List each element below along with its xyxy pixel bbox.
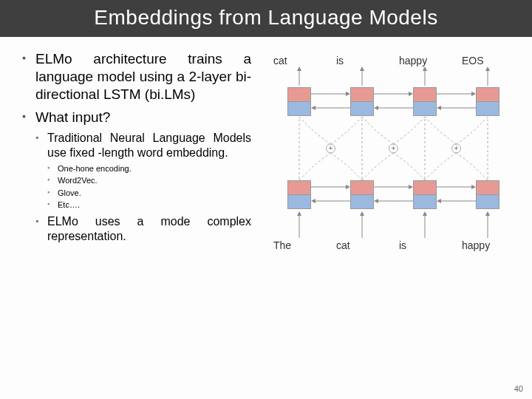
lstm-cell-upper-fw — [476, 87, 499, 102]
tiny-etc: Etc…. — [47, 200, 251, 210]
output-word: happy — [399, 55, 451, 66]
subbullet-traditional-text: Traditional Neural Language Models use f… — [47, 132, 251, 159]
svg-marker-23 — [311, 106, 316, 110]
lstm-cell-lower-bw — [476, 194, 499, 209]
svg-point-28 — [327, 144, 335, 153]
svg-marker-3 — [297, 211, 301, 216]
lstm-cell-upper-fw — [287, 87, 311, 102]
bullet-elmo-arch: ELMo architecture trains a language mode… — [22, 50, 251, 103]
input-word: The — [273, 239, 325, 251]
lstm-cell-upper-fw — [413, 87, 437, 102]
slide-title: Embeddings from Language Models — [0, 0, 532, 37]
output-word: is — [336, 55, 388, 66]
svg-marker-18 — [485, 211, 490, 216]
lstm-cell-upper-bw — [413, 101, 437, 116]
lstm-cell-upper-bw — [350, 101, 374, 116]
lstm-cell-lower-fw — [287, 180, 311, 195]
bullet-what-input-text: What input? — [35, 109, 110, 125]
svg-point-38 — [389, 144, 398, 153]
input-word: is — [399, 239, 451, 251]
lstm-cell-lower-bw — [413, 194, 437, 209]
lstm-cell-upper-bw — [287, 101, 311, 116]
svg-marker-13 — [423, 211, 427, 216]
svg-marker-6 — [360, 66, 364, 71]
lstm-cell-lower-fw — [350, 180, 374, 195]
svg-text:+: + — [329, 144, 333, 152]
svg-marker-33 — [374, 106, 378, 110]
bilm-diagram: +++ catTheiscathappyisEOShappy — [259, 55, 510, 284]
text-column: ELMo architecture trains a language mode… — [22, 50, 259, 284]
svg-marker-1 — [297, 66, 301, 71]
subbullet-elmo-complex: ELMo uses a mode complex representation. — [35, 214, 251, 244]
svg-marker-8 — [360, 211, 364, 216]
svg-marker-27 — [311, 199, 316, 203]
lstm-cell-lower-fw — [413, 180, 437, 195]
page-number: 40 — [514, 384, 523, 393]
svg-text:+: + — [392, 144, 396, 152]
tiny-glove: Glove. — [47, 188, 251, 198]
svg-marker-37 — [374, 199, 378, 203]
lstm-cell-lower-bw — [350, 194, 374, 209]
output-word: cat — [273, 55, 325, 66]
output-word: EOS — [462, 55, 514, 66]
svg-marker-16 — [485, 66, 490, 71]
input-word: happy — [462, 239, 514, 251]
input-word: cat — [336, 239, 388, 251]
lstm-cell-lower-bw — [287, 194, 311, 209]
lstm-cell-upper-fw — [350, 87, 374, 102]
svg-marker-43 — [437, 106, 441, 110]
tiny-onehot: One-hone encoding. — [47, 163, 251, 174]
bullet-what-input: What input? Traditional Neural Language … — [22, 109, 251, 244]
svg-point-48 — [452, 144, 461, 153]
svg-marker-11 — [423, 66, 427, 71]
subbullet-traditional: Traditional Neural Language Models use f… — [35, 131, 251, 210]
tiny-word2vec: Word2Vec. — [47, 175, 251, 185]
svg-text:+: + — [454, 144, 459, 152]
lstm-cell-upper-bw — [476, 101, 499, 116]
lstm-cell-lower-fw — [476, 180, 499, 195]
svg-marker-47 — [437, 199, 441, 203]
